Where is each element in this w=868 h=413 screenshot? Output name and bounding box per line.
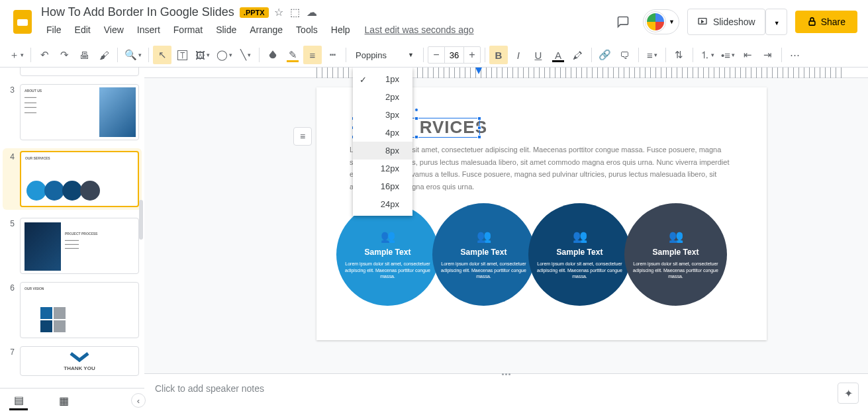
people-icon: 👥 <box>381 229 395 244</box>
bulleted-list-button[interactable]: •≡▾ <box>718 46 738 64</box>
move-icon[interactable]: ⬚ <box>290 6 300 19</box>
slideshow-button[interactable]: Slideshow <box>687 9 765 35</box>
circle-2[interactable]: 👥Sample TextLorem ipsum dolor sit amet, … <box>432 203 535 306</box>
redo-button[interactable]: ↷ <box>55 46 73 64</box>
border-weight-2px[interactable]: 2px <box>353 88 412 106</box>
menu-slide[interactable]: Slide <box>211 22 242 38</box>
main-area: 3 ABOUT US━━━━━━━━━━━━━━━━━━━━━━━━ 4 OUR… <box>0 68 868 404</box>
zoom-button[interactable]: 🔍▾ <box>122 46 144 64</box>
explore-button[interactable]: ✦ <box>838 383 859 404</box>
slide-panel: 3 ABOUT US━━━━━━━━━━━━━━━━━━━━━━━━ 4 OUR… <box>0 68 144 404</box>
slide-thumb-6[interactable]: OUR VISION <box>20 282 139 338</box>
sel-handle-e[interactable] <box>477 126 481 130</box>
paint-format-button[interactable]: 🖌 <box>95 46 113 64</box>
increase-indent-button[interactable]: ⇥ <box>759 46 777 64</box>
slide-thumb-4[interactable]: OUR SERVICES <box>20 151 139 207</box>
print-button[interactable]: 🖶 <box>75 46 93 64</box>
shape-tool[interactable]: ◯▾ <box>214 46 235 64</box>
italic-button[interactable]: I <box>509 46 528 64</box>
speaker-notes[interactable]: Click to add speaker notes <box>144 373 868 404</box>
border-dash-button[interactable]: ┅ <box>323 46 342 64</box>
doc-title[interactable]: How To Add Border In Google Slides <box>41 5 234 19</box>
border-weight-button[interactable]: ≡ <box>303 46 322 64</box>
undo-button[interactable]: ↶ <box>35 46 54 64</box>
select-tool[interactable]: ↖ <box>153 46 171 64</box>
border-weight-16px[interactable]: 16px <box>353 177 412 195</box>
font-family-select[interactable]: Poppins▼ <box>350 46 419 64</box>
border-weight-dropdown: ✓1px 2px 3px 4px 8px 12px 16px 24px <box>353 68 412 216</box>
slideshow-dropdown[interactable]: ▼ <box>765 9 787 35</box>
align-hint-icon[interactable]: ≡ <box>293 127 312 146</box>
collapse-panel-button[interactable]: ‹ <box>131 393 146 404</box>
last-edit-link[interactable]: Last edit was seconds ago <box>365 24 474 35</box>
thumb-num: 6 <box>5 282 15 293</box>
menu-help[interactable]: Help <box>326 22 356 38</box>
cloud-icon[interactable]: ☁ <box>307 6 317 19</box>
bottom-bar: ▤ ▦ <box>0 388 144 404</box>
comments-icon[interactable] <box>611 10 635 34</box>
slide-thumb-2[interactable] <box>20 68 139 76</box>
font-size-decrease[interactable]: − <box>428 47 444 63</box>
sel-handle-s[interactable] <box>414 135 418 139</box>
text-color-button[interactable]: A <box>549 46 567 64</box>
menu-file[interactable]: File <box>41 22 67 38</box>
menu-edit[interactable]: Edit <box>70 22 96 38</box>
slide-thumb-5[interactable]: PROJECT PROCESS━━━━━━━━━━━━━━━━━━━━━ <box>20 218 139 274</box>
canvas-area: ≡ OUR SERVICES Lorem ipsum dolor sit ame… <box>144 68 868 404</box>
check-icon: ✓ <box>360 75 367 85</box>
notes-drag-handle[interactable] <box>497 373 516 375</box>
decrease-indent-button[interactable]: ⇤ <box>739 46 757 64</box>
bold-button[interactable]: B <box>489 46 508 64</box>
thumb-num: 5 <box>5 218 15 228</box>
slide-thumb-3[interactable]: ABOUT US━━━━━━━━━━━━━━━━━━━━━━━━ <box>20 84 139 140</box>
horizontal-ruler <box>144 68 868 78</box>
sel-rotate-handle[interactable] <box>414 108 418 112</box>
border-weight-12px[interactable]: 12px <box>353 160 412 177</box>
grid-view-button[interactable]: ▦ <box>54 392 73 405</box>
share-button[interactable]: Share <box>795 11 857 33</box>
textbox-tool[interactable]: 🅃 <box>173 46 191 64</box>
menu-tools[interactable]: Tools <box>291 22 323 38</box>
more-button[interactable]: ⋯ <box>786 46 804 64</box>
menu-arrange[interactable]: Arrange <box>244 22 288 38</box>
border-weight-24px[interactable]: 24px <box>353 195 412 213</box>
menu-insert[interactable]: Insert <box>132 22 166 38</box>
meet-button[interactable]: ▼ <box>643 9 679 34</box>
notes-placeholder: Click to add speaker notes <box>155 383 264 394</box>
border-weight-1px[interactable]: ✓1px <box>353 70 412 88</box>
slide-thumb-7[interactable]: THANK YOU <box>20 346 139 376</box>
menu-format[interactable]: Format <box>168 22 208 38</box>
sidebar-scrollbar[interactable] <box>139 200 143 240</box>
thumb-num: 3 <box>5 84 15 95</box>
slides-logo[interactable] <box>11 10 34 34</box>
menu-bar: File Edit View Insert Format Slide Arran… <box>41 22 611 38</box>
insert-link-button[interactable]: 🔗 <box>596 46 614 64</box>
people-icon: 👥 <box>477 229 491 244</box>
insert-comment-button[interactable]: 🗨 <box>616 46 634 64</box>
new-slide-button[interactable]: ＋▾ <box>7 46 26 64</box>
font-size-input[interactable] <box>444 47 464 63</box>
image-tool[interactable]: 🖼▾ <box>193 46 213 64</box>
numbered-list-button[interactable]: ⒈▾ <box>697 46 717 64</box>
highlight-button[interactable]: 🖍 <box>569 46 587 64</box>
pptx-badge: .PPTX <box>240 7 269 18</box>
font-size-increase[interactable]: + <box>464 47 480 63</box>
border-weight-3px[interactable]: 3px <box>353 106 412 124</box>
align-button[interactable]: ≡▾ <box>643 46 661 64</box>
circle-3[interactable]: 👥Sample TextLorem ipsum dolor sit amet, … <box>528 203 631 306</box>
sel-handle-se[interactable] <box>477 135 481 139</box>
line-tool[interactable]: ╲▾ <box>236 46 255 64</box>
star-icon[interactable]: ☆ <box>274 6 283 19</box>
border-color-button[interactable]: ✎ <box>283 46 302 64</box>
sel-handle-n[interactable] <box>414 116 418 120</box>
sel-handle-ne[interactable] <box>477 116 481 120</box>
underline-button[interactable]: U <box>529 46 548 64</box>
border-weight-4px[interactable]: 4px <box>353 124 412 142</box>
circle-4[interactable]: 👥Sample TextLorem ipsum dolor sit amet, … <box>624 203 727 306</box>
filmstrip-view-button[interactable]: ▤ <box>9 392 28 405</box>
line-spacing-button[interactable]: ⇅ <box>670 46 689 64</box>
menu-view[interactable]: View <box>99 22 129 38</box>
circle-1[interactable]: 👥Sample TextLorem ipsum dolor sit amet, … <box>336 203 439 306</box>
fill-color-button[interactable] <box>264 46 282 64</box>
border-weight-8px[interactable]: 8px <box>353 142 412 160</box>
